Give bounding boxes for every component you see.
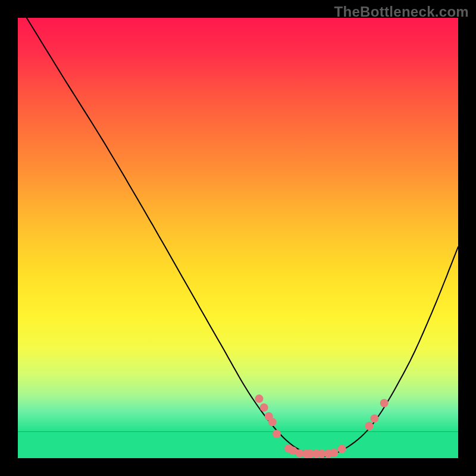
chart-frame: TheBottleneck.com: [0, 0, 476, 476]
svg-point-18: [370, 414, 378, 422]
plot-area: [18, 18, 458, 458]
svg-point-2: [255, 394, 264, 403]
svg-point-19: [380, 399, 389, 408]
svg-point-16: [338, 445, 346, 453]
svg-point-3: [260, 403, 268, 412]
svg-point-15: [330, 449, 338, 457]
svg-point-17: [365, 422, 374, 430]
watermark-text: TheBottleneck.com: [334, 4, 469, 20]
svg-point-5: [268, 418, 277, 426]
svg-point-6: [273, 430, 281, 438]
data-points: [18, 18, 458, 458]
